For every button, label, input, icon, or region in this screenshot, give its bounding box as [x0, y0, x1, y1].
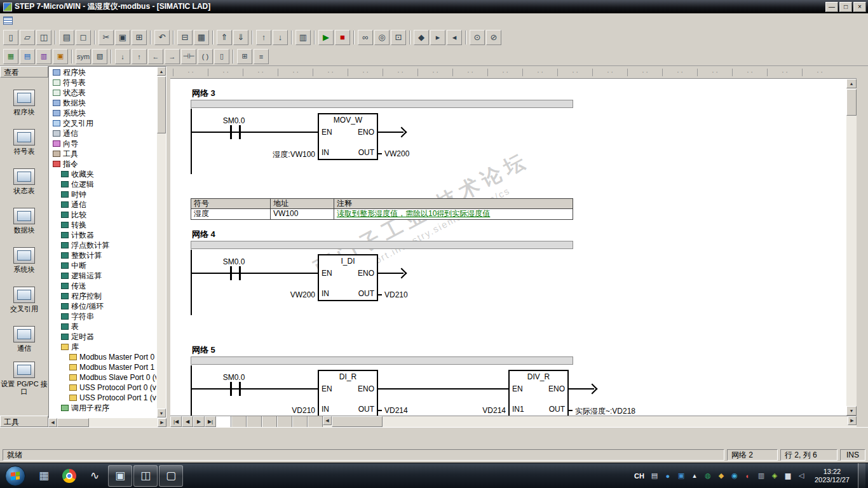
scroll-right-button[interactable]: ▶: [158, 418, 166, 427]
i-di-box[interactable]: I_DI EN ENO IN OUT: [318, 254, 378, 301]
network-comment[interactable]: [191, 241, 573, 249]
contact-bar[interactable]: [230, 125, 232, 139]
next-tab-button[interactable]: ▶: [193, 416, 205, 427]
contact-operand[interactable]: SM0.0: [210, 116, 258, 125]
tree-item[interactable]: 通信: [50, 200, 156, 210]
scrollbar-thumb[interactable]: [57, 418, 89, 427]
tree-item[interactable]: Modbus Master Port 0 (v1.2: [50, 352, 156, 362]
tray-media-icon[interactable]: ◐: [743, 471, 753, 481]
tree-item[interactable]: 向导: [50, 139, 156, 149]
tree-item[interactable]: 程序块: [50, 67, 156, 78]
taskbar-window-button-2[interactable]: ◫: [133, 465, 158, 487]
tree-item[interactable]: Modbus Slave Port 0 (v1.0): [50, 372, 156, 383]
tree-item[interactable]: 计数器: [50, 230, 156, 240]
tree-item[interactable]: 系统块: [50, 108, 156, 118]
tree-item[interactable]: USS Protocol Port 1 (v2.3): [50, 393, 156, 403]
input-operand[interactable]: VD214: [381, 406, 506, 415]
sort-descending-button[interactable]: ↓: [273, 30, 288, 45]
copy-button[interactable]: ▣: [115, 30, 130, 45]
taskbar-chrome-button[interactable]: [57, 465, 81, 487]
contact-operand[interactable]: SM0.0: [210, 373, 258, 382]
tree-item[interactable]: 收藏夹: [50, 169, 156, 179]
symbol-table-row[interactable]: 湿度 VW100 读取到整形湿度值，需除以10得到实际湿度值: [191, 209, 573, 219]
viewbar-set-pgpc-interface[interactable]: 设置 PG/PC 接口: [0, 358, 48, 398]
upload-button[interactable]: ⇑: [217, 30, 232, 45]
tree-item[interactable]: 传送: [50, 281, 156, 291]
tree-item[interactable]: 浮点数计算: [50, 240, 156, 250]
new-file-button[interactable]: ▯: [3, 30, 18, 45]
tree-item[interactable]: 中断: [50, 261, 156, 271]
menu-item[interactable]: [51, 19, 60, 22]
view-data-block-button[interactable]: ▣: [53, 49, 68, 64]
tree-item[interactable]: 整数计算: [50, 250, 156, 261]
tools-bar-header[interactable]: 工具: [0, 416, 48, 427]
address-toggle-button[interactable]: ⊞: [237, 49, 252, 64]
contact-bar[interactable]: [239, 266, 241, 280]
menu-item[interactable]: [69, 19, 78, 22]
output-operand[interactable]: 实际湿度~:VD218: [575, 406, 635, 416]
scroll-up-button[interactable]: ▲: [846, 79, 857, 88]
tray-phone-icon[interactable]: ◍: [703, 471, 713, 481]
paste-button[interactable]: ⊞: [132, 30, 147, 45]
menu-item[interactable]: [78, 19, 87, 22]
tray-volume-icon[interactable]: ◁: [796, 471, 806, 481]
div-r-box[interactable]: DIV_R EN ENO IN1 OUT: [508, 370, 569, 416]
editor-vertical-scrollbar[interactable]: ▲ ▼: [846, 79, 857, 416]
network-comment[interactable]: [191, 100, 573, 108]
tree-item[interactable]: 调用子程序: [50, 403, 156, 413]
scrollbar-thumb[interactable]: [157, 76, 166, 133]
undo-button[interactable]: ↶: [154, 30, 170, 45]
insert-box-button[interactable]: ▯: [214, 49, 229, 64]
view-symbol-table-button[interactable]: ▤: [20, 49, 35, 64]
scroll-down-button[interactable]: ▼: [846, 406, 857, 416]
ladder-canvas[interactable]: 西门子工业 技术论坛 support.industry.siemens.com/…: [170, 79, 846, 416]
scroll-down-button[interactable]: ▼: [157, 409, 166, 417]
tree-item[interactable]: 通信: [50, 128, 156, 139]
download-button[interactable]: ⇓: [233, 30, 248, 45]
menu-item[interactable]: [16, 19, 25, 22]
compile-button[interactable]: ⊟: [177, 30, 193, 45]
tray-notes-icon[interactable]: ▣: [676, 471, 686, 481]
viewbar-system-block[interactable]: 系统块: [0, 240, 48, 280]
di-r-box[interactable]: DI_R EN ENO IN OUT: [318, 370, 378, 416]
taskbar-window-button-3[interactable]: ▢: [159, 465, 183, 487]
tray-language-indicator[interactable]: CH: [632, 472, 646, 480]
tree-item[interactable]: 程序控制: [50, 291, 156, 301]
tray-display-icon[interactable]: ▥: [756, 471, 766, 481]
cut-button[interactable]: ✂: [98, 30, 114, 45]
viewbar-program-block[interactable]: 程序块: [0, 83, 48, 122]
tree-item[interactable]: 工具: [50, 149, 156, 159]
tree-item[interactable]: 交叉引用: [50, 118, 156, 128]
tray-clock[interactable]: 13:22 2023/12/27: [810, 468, 855, 484]
tray-messenger-icon[interactable]: ●: [663, 471, 673, 481]
previous-bookmark-button[interactable]: ◂: [447, 30, 462, 45]
force-button[interactable]: ⊙: [470, 30, 485, 45]
network-title[interactable]: 网络 3: [192, 88, 215, 99]
tray-network-icon[interactable]: ▆: [783, 471, 793, 481]
tray-im-icon[interactable]: ◉: [729, 471, 740, 481]
tree-horizontal-scrollbar[interactable]: ◀ ▶: [48, 418, 166, 427]
comment-toggle-button[interactable]: ≡: [254, 49, 269, 64]
tree-item[interactable]: 符号表: [50, 78, 156, 88]
tree-item[interactable]: 表: [50, 322, 156, 332]
input-operand[interactable]: 湿度:VW100: [191, 149, 315, 160]
tab-mbus-msg[interactable]: [277, 416, 292, 427]
network-title[interactable]: 网络 4: [192, 229, 215, 240]
sort-ascending-button[interactable]: ↑: [256, 30, 271, 45]
contact-bar[interactable]: [239, 382, 241, 396]
tray-hidden-icons-button[interactable]: ▴: [689, 471, 700, 481]
tab-mbusm2[interactable]: [308, 416, 323, 427]
scroll-right-button[interactable]: ▶: [848, 416, 857, 425]
tree-item[interactable]: Modbus Master Port 1 (v1.2: [50, 362, 156, 372]
taskbar-step7-window-button[interactable]: ▣: [108, 465, 132, 487]
network-title[interactable]: 网络 5: [192, 344, 215, 356]
save-button[interactable]: ◫: [36, 30, 51, 45]
scrollbar-thumb[interactable]: [846, 89, 857, 116]
output-operand[interactable]: VD210: [384, 290, 408, 299]
tray-security-icon[interactable]: ◆: [716, 471, 726, 481]
previous-tab-button[interactable]: ◀: [182, 416, 193, 427]
tree-item[interactable]: 时钟: [50, 189, 156, 200]
tree-item[interactable]: 数据块: [50, 98, 156, 108]
tree-item[interactable]: USS Protocol Port 0 (v2.3): [50, 383, 156, 393]
tree-item[interactable]: 指令: [50, 159, 156, 169]
